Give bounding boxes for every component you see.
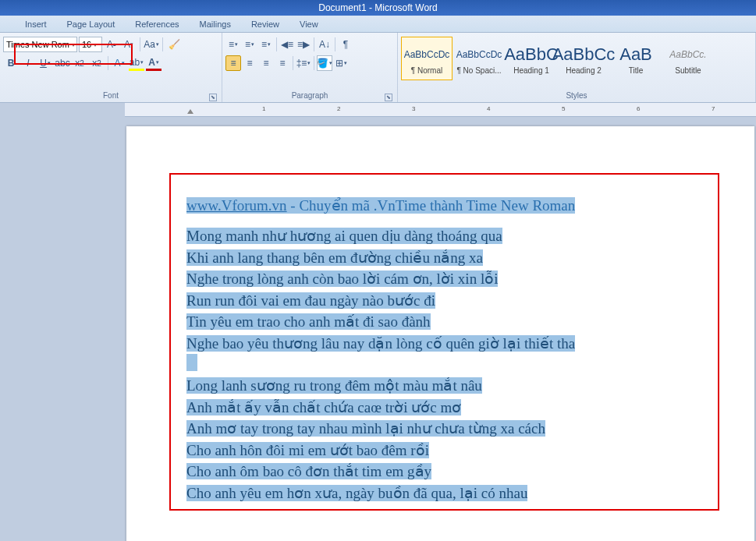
document-line: Cho anh ôm bao cô đơn thắt tim em gầy [186, 461, 702, 483]
paragraph-group: ≡▾ ≡▾ ≡▾ ◀≡ ≡▶ A↓ ¶ ≡ ≡ ≡ ≡ ‡≡▾ 🪣▾ ⊞ [222, 33, 398, 102]
strikethrough-button[interactable]: abc [55, 55, 70, 71]
style-item[interactable]: AaBbCcDc¶ Normal [401, 37, 453, 80]
font-dialog-launcher[interactable]: ⬊ [209, 94, 217, 101]
tab-review[interactable]: Review [242, 17, 289, 31]
style-preview: AaBbCc [552, 43, 616, 66]
text-effects-button[interactable]: A▾ [112, 55, 127, 71]
document-line: Anh mơ tay trong tay nhau mình lại như c… [186, 418, 702, 440]
document-line: Run run đôi vai em đau ngày nào bước đi [186, 290, 702, 312]
style-item[interactable]: AaBbCcHeading 2 [558, 37, 609, 80]
shrink-font-button[interactable]: A▾ [121, 37, 137, 52]
document-heading: www.Vforum.vn - Chuyển mã .VnTime thành … [186, 196, 702, 214]
indent-marker-icon[interactable] [187, 109, 193, 114]
ruler-tick: 4 [487, 105, 490, 112]
show-marks-button[interactable]: ¶ [338, 37, 353, 52]
style-label: Subtitle [675, 66, 701, 75]
document-line: Nghe trong lòng anh còn bao lời cám ơn, … [186, 268, 702, 290]
subscript-button[interactable]: x2 [72, 55, 87, 71]
style-item[interactable]: AaBbCHeading 1 [506, 37, 557, 80]
styles-group: AaBbCcDc¶ NormalAaBbCcDc¶ No Spaci...AaB… [398, 33, 756, 102]
superscript-button[interactable]: x2 [89, 55, 105, 71]
ruler-tick: 6 [637, 105, 640, 112]
highlight-button[interactable]: ab▾ [129, 55, 144, 71]
style-preview: AaBbCcDc [404, 43, 450, 66]
multilevel-button[interactable]: ≡▾ [258, 37, 274, 52]
bold-button[interactable]: B [3, 55, 19, 71]
document-area: 1234567 www.Vforum.vn - Chuyển mã .VnTim… [0, 103, 756, 541]
font-color-button[interactable]: A▾ [146, 55, 161, 71]
ruler-tick: 5 [562, 105, 565, 112]
styles-group-label: Styles [401, 91, 752, 102]
tab-view[interactable]: View [290, 17, 328, 31]
grow-font-button[interactable]: A▴ [104, 37, 119, 52]
sort-button[interactable]: A↓ [317, 37, 332, 52]
increase-indent-button[interactable]: ≡▶ [296, 37, 311, 52]
align-left-button[interactable]: ≡ [225, 55, 241, 71]
shading-button[interactable]: 🪣▾ [317, 55, 332, 71]
blank-line [186, 354, 702, 375]
document-line: Anh mắt ấy vẫn chất chứa caœ trời ước mơ [186, 397, 702, 419]
content-highlight-box: www.Vforum.vn - Chuyển mã .VnTime thành … [169, 173, 719, 511]
ruler-tick: 3 [412, 105, 415, 112]
ruler-tick: 2 [337, 105, 340, 112]
ruler-tick: 7 [712, 105, 715, 112]
justify-button[interactable]: ≡ [275, 55, 290, 71]
paragraph-dialog-launcher[interactable]: ⬊ [385, 94, 392, 101]
document-page[interactable]: www.Vforum.vn - Chuyển mã .VnTime thành … [126, 126, 754, 541]
document-line: Tin yêu em trao cho anh mất đi sao đành [186, 311, 702, 333]
clear-formatting-button[interactable]: 🧹 [166, 37, 182, 52]
paragraph-group-label: Paragraph⬊ [225, 91, 394, 102]
align-right-button[interactable]: ≡ [258, 55, 274, 71]
document-line: Long lanh sương ru trong đêm một màu mắt… [186, 375, 702, 397]
ribbon: Times New Rom▾ 16▾ A▴ A▾ Aa▾ 🧹 B I U▾ ab… [0, 33, 756, 103]
heading-link[interactable]: www.Vforum.vn [186, 197, 287, 214]
font-name-combo[interactable]: Times New Rom▾ [3, 37, 77, 52]
numbering-button[interactable]: ≡▾ [242, 37, 257, 52]
document-line: Cho anh hôn đôi mi em ướt bao đêm rồi [186, 440, 702, 461]
font-group: Times New Rom▾ 16▾ A▴ A▾ Aa▾ 🧹 B I U▾ ab… [0, 33, 222, 102]
document-line: Cho anh yêu em hơn xưa, ngày buồn đã qua… [186, 483, 702, 504]
line-spacing-button[interactable]: ‡≡▾ [296, 55, 311, 71]
style-label: ¶ Normal [411, 66, 442, 75]
tab-insert[interactable]: Insert [16, 17, 56, 31]
title-bar: Document1 - Microsoft Word [0, 0, 756, 16]
style-label: Heading 2 [566, 66, 602, 75]
bullets-button[interactable]: ≡▾ [225, 37, 241, 52]
change-case-button[interactable]: Aa▾ [144, 37, 159, 52]
style-item[interactable]: AaBTitle [610, 37, 662, 80]
decrease-indent-button[interactable]: ◀≡ [279, 37, 295, 52]
tab-mailings[interactable]: Mailings [190, 17, 240, 31]
style-item[interactable]: AaBbCcDc¶ No Spaci... [453, 37, 505, 80]
style-preview: AaBbCcDc [456, 43, 502, 66]
style-item[interactable]: AaBbCc.Subtitle [662, 37, 714, 80]
underline-button[interactable]: U▾ [37, 55, 53, 71]
tab-page-layout[interactable]: Page Layout [58, 17, 125, 31]
font-size-combo[interactable]: 16▾ [79, 37, 102, 52]
horizontal-ruler[interactable]: 1234567 [125, 103, 756, 117]
style-preview: AaBbCc. [669, 43, 706, 66]
align-center-button[interactable]: ≡ [242, 55, 257, 71]
document-line: Khi anh lang thang bên em đường chiều nắ… [186, 247, 702, 269]
style-preview: AaB [619, 43, 652, 66]
style-label: ¶ No Spaci... [456, 66, 501, 75]
style-preview: AaBbC [504, 43, 559, 66]
ribbon-tabs: Insert Page Layout References Mailings R… [0, 16, 756, 33]
tab-references[interactable]: References [126, 17, 188, 31]
document-line: Mong manh như hương ai quen dịu dàng tho… [186, 225, 702, 247]
style-label: Heading 1 [513, 66, 549, 75]
borders-button[interactable]: ⊞▾ [333, 55, 349, 71]
ruler-tick: 1 [262, 105, 265, 112]
document-line: Nghe bao yêu thương lâu nay dặn lòng cố … [186, 333, 702, 355]
style-label: Title [629, 66, 644, 75]
italic-button[interactable]: I [20, 55, 36, 71]
font-group-label: Font⬊ [3, 91, 218, 102]
